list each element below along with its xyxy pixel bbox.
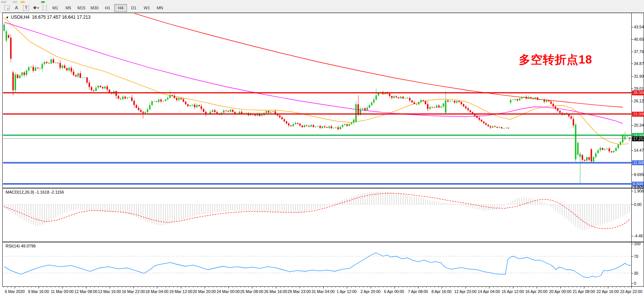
date-minor-tick [86,287,87,288]
date-minor-tick [66,287,67,288]
date-minor-tick [328,287,328,288]
price-tick [632,125,633,126]
price-tick [632,76,633,77]
timeframe-mn-button[interactable]: MN [154,4,166,12]
date-minor-tick [458,287,458,288]
date-major-tick [133,287,134,289]
date-label: 12 Mar 08:00 [74,289,97,294]
date-minor-tick [486,287,486,288]
date-minor-tick [280,287,281,288]
date-major-tick [465,287,466,289]
price-axis-border [631,13,632,287]
date-minor-tick [90,287,91,288]
date-minor-tick [340,287,340,288]
date-minor-tick [276,287,276,288]
rsi-axis-tick [632,244,633,244]
price-tick [632,89,633,89]
date-label: 20 Apr 00:00 [549,289,572,294]
price-chart-canvas[interactable] [3,13,632,188]
rsi-canvas[interactable] [3,243,632,287]
date-minor-tick [146,287,146,288]
date-major-tick [38,287,39,289]
date-minor-tick [438,287,439,288]
date-minor-tick [411,287,411,288]
date-minor-tick [185,287,186,288]
rsi-axis-label: 100 [634,241,641,246]
date-minor-tick [169,287,170,288]
timeframe-h4-button[interactable]: H4 [114,4,127,12]
date-minor-tick [225,287,225,288]
date-major-tick [157,287,157,289]
date-minor-tick [59,287,59,288]
macd-axis-label: 1.9069 [634,189,644,193]
text-label-tool-button[interactable]: T [22,4,31,12]
date-minor-tick [300,287,300,288]
timeframe-m1-button[interactable]: M1 [49,4,62,12]
price-tick [632,175,633,175]
date-minor-tick [493,287,494,288]
date-minor-tick [426,287,427,288]
date-minor-tick [296,287,296,288]
date-minor-tick [284,287,284,288]
toolbar-grip[interactable] [43,5,47,11]
price-tick [632,39,633,40]
date-label: 23 Apr 22:00 [620,289,643,294]
symbol-period: USOil,H4 [11,15,30,20]
timeframe-h1-button[interactable]: H1 [101,4,114,12]
date-major-tick [371,287,371,289]
rsi-panel: RSI(14) 49.0796 10070300 [2,242,644,287]
price-tick [632,52,633,52]
date-minor-tick [31,287,31,288]
date-axis[interactable]: 6 Mar 20209 Mar 16:0011 Mar 00:0012 Mar … [2,287,644,296]
date-minor-tick [312,287,312,288]
date-minor-tick [541,287,541,288]
date-major-tick [228,287,229,289]
date-major-tick [560,287,561,289]
timeframe-m5-button[interactable]: M5 [62,4,75,12]
date-label: 15 Apr 12:00 [502,289,524,294]
date-minor-tick [442,287,443,288]
date-major-tick [299,287,300,289]
date-minor-tick [19,287,19,288]
date-minor-tick [35,287,35,288]
selection-tool-button[interactable]: F [2,4,11,12]
date-minor-tick [209,287,209,288]
date-label: 7 Apr 08:00 [408,289,428,294]
ma-fast-orange-line [4,17,629,144]
date-minor-tick [549,287,549,288]
date-minor-tick [525,287,526,288]
macd-canvas[interactable] [3,189,632,242]
date-minor-tick [165,287,166,288]
date-label: 6 Apr 00:00 [384,289,404,294]
date-minor-tick [272,287,273,288]
timeframe-m30-button[interactable]: M30 [88,4,101,12]
ohlc-values: 16.675 17.457 16.641 17.213 [32,15,91,20]
date-minor-tick [577,287,577,288]
timeframe-m15-button[interactable]: M15 [75,4,88,12]
text-tool-button[interactable]: A [12,4,21,12]
date-major-tick [394,287,394,289]
arrow-tools-icon: ❖ [33,5,37,10]
date-minor-tick [55,287,55,288]
collapse-triangle-icon[interactable]: ▼ [6,16,9,19]
arrow-tools-button[interactable]: ❖▾ [31,4,40,12]
date-minor-tick [181,287,182,288]
date-minor-tick [521,287,521,288]
macd-panel: MACD(12,26,9) -1.1618 -2.1156 1.90690.00… [2,188,644,242]
date-minor-tick [383,287,383,288]
date-minor-tick [197,287,198,288]
timeframe-d1-button[interactable]: D1 [127,4,140,12]
date-minor-tick [462,287,462,288]
date-minor-tick [628,287,628,288]
date-label: 16 Mar 22:00 [122,289,145,294]
date-label: 2 Apr 20:00 [360,289,381,294]
date-minor-tick [545,287,545,288]
price-chart-panel: ▼USOil,H4 16.675 17.457 16.641 17.213 多空… [2,13,644,188]
timeframe-w1-button[interactable]: W1 [140,4,153,12]
dropdown-caret-icon: ▾ [37,6,39,10]
date-label: 9 Mar 16:00 [28,289,49,294]
date-minor-tick [588,287,589,288]
date-minor-tick [335,287,336,288]
rsi-axis-tick [632,283,633,284]
date-minor-tick [154,287,154,288]
